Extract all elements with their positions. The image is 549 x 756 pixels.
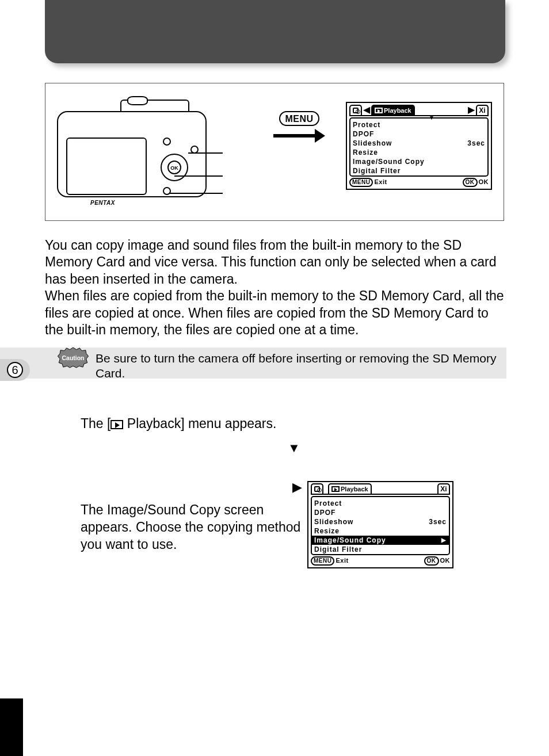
tab-playback: Playback	[371, 105, 415, 115]
menu-item: Resize	[314, 526, 447, 536]
menu-item: Slideshow3sec	[353, 139, 485, 148]
caution-icon: Caution	[56, 346, 90, 368]
submenu-arrow-icon: ▶	[441, 536, 447, 544]
lcd-ok-label: OKOK	[424, 556, 451, 566]
menu-item: Protect	[314, 499, 447, 508]
menu-item-selected: Image/Sound Copy▶	[312, 536, 449, 545]
tab-arrow-left-icon: ◀	[363, 104, 370, 115]
lcd-ok-label: OKOK	[463, 178, 489, 187]
menu-item: Digital Filter	[353, 166, 485, 175]
tab-playback-label: Playback	[341, 486, 368, 492]
callout-line	[170, 193, 223, 194]
instruction-text: The Image/Sound Copy screen appears. Cho…	[81, 502, 305, 553]
camera-ok-button: OK	[167, 161, 181, 174]
tab-record-icon	[349, 105, 362, 115]
tab-setup-icon: Xi	[437, 483, 450, 494]
lcd-screen-playback-menu: ◀ Playback ▶ Xi ▼ Protect DPOF Slideshow…	[346, 102, 492, 190]
menu-item: DPOF	[314, 508, 447, 517]
scroll-down-icon: ▼	[429, 114, 434, 121]
menu-item: DPOF	[353, 129, 485, 139]
section-header-panel	[45, 0, 505, 63]
tab-playback-label: Playback	[384, 107, 411, 114]
menu-item: Protect	[353, 120, 485, 129]
lcd-screen-playback-menu-selected: Playback Xi Protect DPOF Slideshow3sec R…	[307, 481, 453, 568]
play-icon	[331, 486, 340, 492]
callout-line	[188, 152, 223, 154]
play-icon	[375, 108, 383, 113]
lcd-menu-body: Protect DPOF Slideshow3sec Resize Image/…	[349, 117, 489, 177]
lcd-exit-label: MENUExit	[349, 178, 387, 187]
page-corner-strip	[0, 698, 23, 756]
camera-dial	[127, 96, 148, 105]
tab-record-icon	[311, 483, 323, 494]
chapter-tab: 6	[0, 359, 30, 381]
camera-brand-label: PENTAX	[90, 200, 115, 206]
body-paragraph: You can copy image and sound files from …	[45, 237, 505, 339]
instruction-text: The [ Playback] menu appears.	[81, 415, 276, 433]
camera-screen	[66, 138, 147, 195]
lcd-exit-label: MENUExit	[311, 556, 349, 566]
menu-item: Resize	[353, 148, 485, 157]
menu-button-label: MENU	[279, 111, 319, 126]
svg-text:Caution: Caution	[62, 355, 85, 361]
play-icon	[110, 420, 123, 429]
menu-item: Slideshow3sec	[314, 517, 447, 526]
tab-playback: Playback	[328, 483, 372, 494]
tab-arrow-right-icon: ▶	[468, 104, 475, 115]
lcd-menu-body: Protect DPOF Slideshow3sec Resize Image/…	[311, 496, 450, 555]
menu-item: Digital Filter	[314, 545, 447, 554]
right-arrow-icon: ▶	[292, 480, 302, 495]
camera-button	[163, 138, 171, 146]
illustration-box: OK PENTAX MENU ◀ Playback ▶ Xi ▼ Prote	[45, 83, 504, 221]
camera-illustration: OK PENTAX	[57, 95, 230, 204]
callout-line	[174, 175, 223, 177]
tab-setup-icon: Xi	[476, 105, 489, 115]
camera-body: OK PENTAX	[57, 111, 207, 197]
chapter-number: 6	[7, 362, 23, 378]
menu-item: Image/Sound Copy	[353, 157, 485, 166]
caution-text: Be sure to turn the camera off before in…	[96, 351, 498, 381]
down-arrow-icon: ▼	[288, 441, 300, 456]
arrow-right-icon	[273, 131, 325, 141]
